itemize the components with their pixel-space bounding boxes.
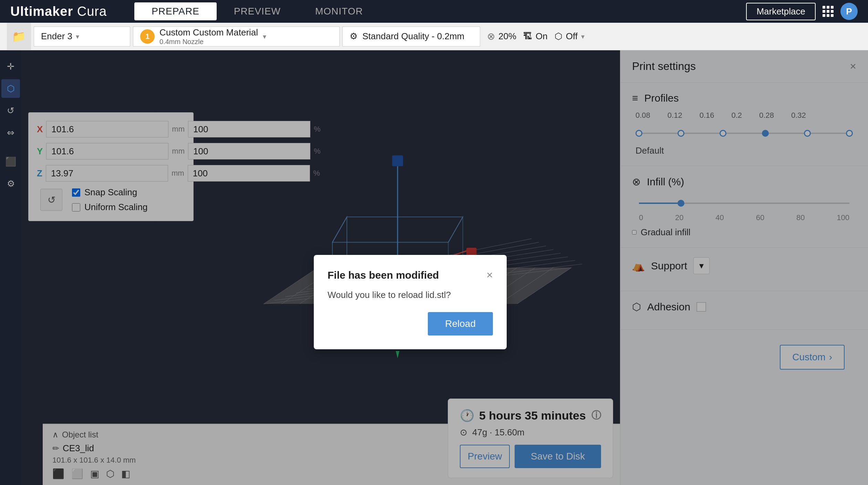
modal-dialog: File has been modified × Would you like … (314, 255, 507, 349)
sidebar-layers-icon[interactable]: ⬛ (1, 152, 20, 171)
modal-overlay: File has been modified × Would you like … (21, 50, 868, 485)
printer-select[interactable]: Ender 3 ▾ (34, 27, 130, 47)
tab-monitor[interactable]: MONITOR (298, 2, 380, 20)
modal-header: File has been modified × (328, 269, 493, 281)
toolbar-bar: 📁 Ender 3 ▾ 1 Custom Custom Material 0.4… (0, 23, 868, 50)
material-select[interactable]: 1 Custom Custom Material 0.4mm Nozzle ▾ (133, 27, 340, 47)
infill-select[interactable]: ⊗ 20% (487, 31, 516, 42)
sidebar-support-icon[interactable]: ⚙ (1, 174, 20, 193)
marketplace-button[interactable]: Marketplace (746, 3, 816, 20)
material-chevron-icon: ▾ (263, 32, 266, 41)
top-bar: Ultimaker Cura PREPARE PREVIEW MONITOR M… (0, 0, 868, 23)
nav-tabs: PREPARE PREVIEW MONITOR (134, 2, 380, 20)
grid-icon[interactable] (823, 6, 834, 17)
modal-close-button[interactable]: × (486, 269, 493, 281)
support-select[interactable]: 🏗 On (523, 31, 548, 42)
tab-prepare[interactable]: PREPARE (134, 2, 217, 20)
adhesion-chevron-icon: ▾ (581, 32, 585, 41)
modal-title: File has been modified (328, 269, 439, 281)
modal-body: Would you like to reload lid.stl? (328, 290, 493, 300)
infill-icon: ⊗ (487, 31, 495, 42)
quality-label: Standard Quality - 0.2mm (362, 31, 464, 42)
left-sidebar: ✛ ⬡ ↺ ⇔ ⬛ ⚙ (0, 50, 21, 485)
adhesion-icon: ⬡ (555, 31, 562, 42)
sidebar-rotate-icon[interactable]: ↺ (1, 101, 20, 120)
sidebar-mirror-icon[interactable]: ⇔ (1, 123, 20, 142)
printer-name: Ender 3 (41, 31, 72, 42)
tab-preview[interactable]: PREVIEW (217, 2, 298, 20)
reload-button[interactable]: Reload (428, 312, 493, 336)
adhesion-value: Off (566, 31, 578, 42)
quality-select[interactable]: ⚙ Standard Quality - 0.2mm (342, 27, 480, 47)
avatar[interactable]: P (840, 3, 858, 20)
main-layout: ✛ ⬡ ↺ ⇔ ⬛ ⚙ X mm % Y mm % Z (0, 50, 868, 485)
content-area: X mm % Y mm % Z mm % (21, 50, 868, 485)
support-icon: 🏗 (523, 31, 532, 42)
material-badge: 1 (140, 29, 155, 44)
sidebar-move-icon[interactable]: ✛ (1, 57, 20, 76)
folder-icon: 📁 (12, 30, 26, 43)
quality-icon: ⚙ (350, 31, 358, 42)
material-info: Custom Custom Material 0.4mm Nozzle (159, 27, 258, 46)
logo: Ultimaker Cura (10, 4, 107, 19)
open-folder-button[interactable]: 📁 (7, 23, 31, 50)
adhesion-select[interactable]: ⬡ Off ▾ (555, 31, 585, 42)
printer-chevron-icon: ▾ (76, 32, 79, 41)
infill-value: 20% (498, 31, 516, 42)
support-value: On (536, 31, 548, 42)
sidebar-scale-icon[interactable]: ⬡ (1, 79, 20, 98)
modal-footer: Reload (328, 312, 493, 336)
top-right: Marketplace P (746, 3, 858, 20)
